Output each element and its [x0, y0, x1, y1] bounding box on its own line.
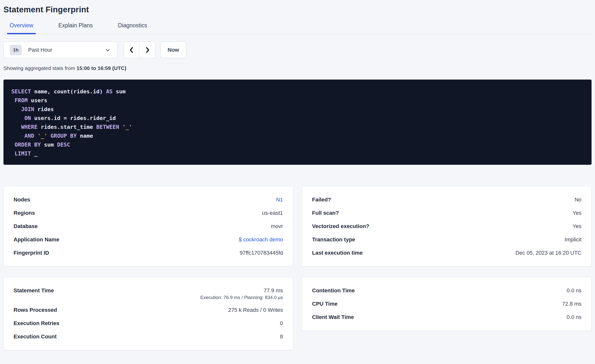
row-value-link[interactable]: N1	[276, 197, 283, 203]
row-value-wrap: 0.0 ns	[567, 287, 581, 294]
row-value: 97ffc170783445fd	[240, 250, 283, 256]
sql-token: sum	[41, 142, 57, 148]
row-label: Regions	[14, 210, 35, 216]
sql-token	[47, 133, 51, 139]
sql-statement-box: SELECT name, count(rides.id) AS sum FROM…	[3, 80, 592, 165]
sql-token	[119, 124, 122, 130]
tab-bar: OverviewExplain PlansDiagnostics	[3, 22, 592, 34]
sql-token: sum	[113, 88, 126, 95]
summary-cards: NodesN1Regionsus-east1DatabasemovrApplic…	[3, 186, 592, 350]
row-value: 0	[280, 320, 283, 326]
row-label: Nodes	[14, 196, 30, 203]
card-row-cpu-time: CPU Time72.8 ms	[312, 297, 581, 311]
row-value: 8	[280, 333, 283, 340]
row-value-wrap: N1	[276, 196, 283, 203]
sql-token: AS	[106, 88, 113, 95]
card-row-contention-time: Contention Time0.0 ns	[312, 284, 581, 297]
row-value: 275 k Reads / 0 Writes	[228, 307, 283, 313]
card-row-client-wait-time: Client Wait Time0.0 ns	[312, 311, 581, 324]
tab-explain-plans[interactable]: Explain Plans	[56, 22, 95, 34]
row-value-wrap: 72.8 ms	[562, 300, 581, 307]
card-row-application-name: Application Name$ cockroach demo	[14, 233, 283, 246]
row-value-wrap: Implicit	[565, 236, 581, 243]
row-label: Vectorized execution?	[312, 223, 369, 230]
sql-token: users.id = rides.rider_id	[31, 115, 116, 121]
aggregated-stats-text: Showing aggregated stats from 15:00 to 1…	[3, 65, 592, 71]
row-label: Execution Count	[14, 333, 57, 340]
sql-token	[11, 133, 24, 139]
sql-token: AND	[24, 133, 34, 139]
sql-token: _	[31, 150, 37, 157]
next-time-button[interactable]	[140, 42, 155, 58]
tab-overview[interactable]: Overview	[7, 22, 36, 34]
chevron-down-icon	[105, 47, 111, 53]
sql-token: name, count(rides.id)	[31, 88, 106, 95]
sql-token	[11, 115, 24, 121]
row-value-wrap: 0.0 ns	[567, 314, 581, 321]
row-label: Fingerprint ID	[14, 249, 49, 256]
execution-attributes-card: Failed?NoFull scan?YesVectorized executi…	[302, 186, 592, 266]
sql-token: '_'	[37, 133, 47, 139]
row-value-link[interactable]: $ cockroach demo	[239, 236, 283, 243]
row-label: Contention Time	[312, 287, 355, 294]
prev-time-button[interactable]	[124, 42, 140, 58]
sql-token: rides.start_time	[37, 124, 96, 130]
sql-token	[11, 124, 21, 130]
row-value: Yes	[573, 223, 581, 229]
card-row-database: Databasemovr	[14, 220, 283, 233]
row-label: Last execution time	[312, 249, 363, 256]
now-button[interactable]: Now	[160, 42, 186, 58]
card-row-execution-retries: Execution Retries0	[14, 317, 283, 330]
row-value-wrap: 77.9 msExecution: 76.9 ms / Planning: 83…	[200, 287, 283, 300]
time-stats-card: Contention Time0.0 nsCPU Time72.8 msClie…	[302, 277, 592, 331]
sql-token: ON	[24, 115, 31, 121]
sql-token	[11, 97, 15, 103]
statement-details-card: NodesN1Regionsus-east1DatabasemovrApplic…	[3, 186, 293, 266]
tab-diagnostics[interactable]: Diagnostics	[115, 22, 150, 34]
row-value: Implicit	[565, 236, 581, 243]
row-value: 0.0 ns	[567, 314, 581, 320]
time-range-badge: 1h	[10, 45, 22, 55]
row-label: Database	[14, 223, 38, 230]
sql-token: rides	[34, 106, 54, 112]
time-range-label: Past Hour	[28, 47, 52, 53]
card-row-vectorized-execution: Vectorized execution?Yes	[312, 220, 581, 233]
chevron-right-icon	[144, 46, 151, 54]
sql-token	[11, 142, 15, 148]
sql-token: name	[77, 133, 93, 139]
time-controls: 1h Past Hour Now	[3, 42, 592, 58]
chevron-left-icon	[128, 46, 135, 54]
row-subvalue: Execution: 76.9 ms / Planning: 834.0 µs	[200, 295, 283, 300]
row-value-wrap: No	[575, 196, 581, 203]
aggregated-stats-prefix: Showing aggregated stats from	[3, 65, 77, 71]
row-label: Full scan?	[312, 210, 339, 216]
row-value: No	[575, 197, 581, 203]
sql-token: LIMIT	[15, 150, 31, 157]
row-label: Transaction type	[312, 236, 355, 243]
time-range-select[interactable]: 1h Past Hour	[3, 42, 117, 58]
statement-stats-card: Statement Time77.9 msExecution: 76.9 ms …	[3, 277, 293, 350]
sql-token: BETWEEN	[96, 124, 119, 130]
row-value-wrap: $ cockroach demo	[239, 236, 283, 243]
row-value-wrap: 275 k Reads / 0 Writes	[228, 307, 283, 314]
time-nav-group	[124, 42, 155, 58]
sql-token: DESC	[57, 142, 70, 148]
row-value: us-east1	[262, 210, 283, 216]
row-value-wrap: us-east1	[262, 210, 283, 216]
card-row-execution-count: Execution Count8	[14, 330, 283, 343]
statement-fingerprint-page: Statement Fingerprint OverviewExplain Pl…	[0, 0, 595, 354]
sql-token: '_'	[122, 124, 132, 130]
row-value-wrap: Dec 05, 2023 at 16:20 UTC	[515, 249, 581, 256]
row-label: Application Name	[14, 236, 59, 243]
card-row-full-scan: Full scan?Yes	[312, 206, 581, 220]
card-row-regions: Regionsus-east1	[14, 206, 283, 220]
row-label: Failed?	[312, 196, 331, 203]
row-value-wrap: Yes	[573, 210, 581, 216]
sql-token	[11, 106, 21, 112]
row-value-wrap: 97ffc170783445fd	[240, 249, 283, 256]
card-row-last-execution-time: Last execution timeDec 05, 2023 at 16:20…	[312, 246, 581, 260]
row-label: Rows Processed	[14, 307, 57, 314]
row-value-wrap: movr	[271, 223, 283, 230]
sql-token: GROUP BY	[51, 133, 77, 139]
row-label: Statement Time	[14, 287, 54, 294]
